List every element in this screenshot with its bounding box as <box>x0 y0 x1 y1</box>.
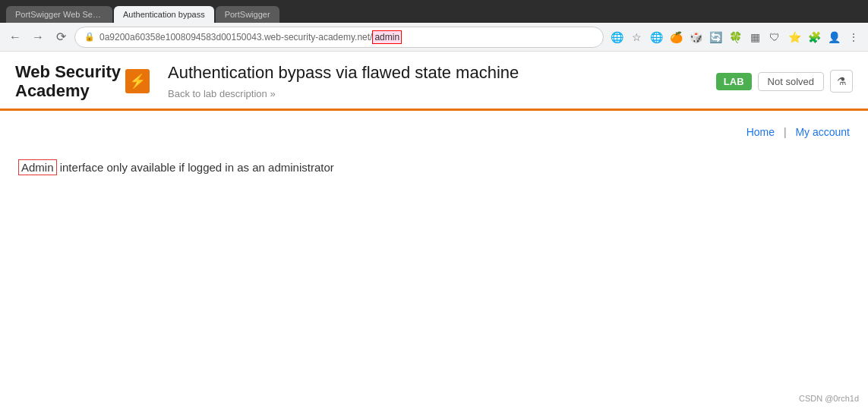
browser-tabs: PortSwigger Web Security Authentication … <box>0 0 868 23</box>
ext-icon-5[interactable]: 🍀 <box>727 29 743 46</box>
url-highlight: admin <box>372 30 402 44</box>
logo-line2: Academy <box>15 81 121 100</box>
refresh-button[interactable]: ⟳ <box>52 28 70 46</box>
logo-icon: ⚡ <box>125 69 150 93</box>
ext-icon-8[interactable]: ⭐ <box>786 29 803 46</box>
header-right: LAB Not solved ⚗ <box>716 70 853 93</box>
toolbar-icons: 🌐 ☆ 🌐 🍊 🎲 🔄 🍀 ▦ 🛡 ⭐ 🧩 👤 ⋮ <box>608 29 862 46</box>
url-normal: 0a9200a60358e1008094583d00150043.web-sec… <box>99 32 372 42</box>
logo-text: Web Security Academy <box>15 62 121 101</box>
ext-icon-2[interactable]: 🍊 <box>668 29 684 46</box>
ext-icon-1[interactable]: 🌐 <box>648 29 664 46</box>
admin-message-area: Admin interface only available if logged… <box>18 161 850 174</box>
ext-icon-7[interactable]: 🛡 <box>766 29 783 46</box>
back-button[interactable]: ← <box>6 28 24 46</box>
lock-icon: 🔒 <box>84 32 95 42</box>
profile-icon[interactable]: 👤 <box>825 29 842 46</box>
flask-button[interactable]: ⚗ <box>830 70 853 93</box>
nav-separator: | <box>784 126 787 138</box>
browser-tab-1[interactable]: PortSwigger Web Security <box>6 6 112 23</box>
browser-tab-2[interactable]: Authentication bypass <box>114 6 214 23</box>
logo-area: Web Security Academy ⚡ <box>15 62 150 101</box>
menu-icon[interactable]: ⋮ <box>845 29 862 46</box>
home-link[interactable]: Home <box>746 126 775 138</box>
ext-icon-3[interactable]: 🎲 <box>687 29 704 46</box>
address-bar[interactable]: 🔒 0a9200a60358e1008094583d00150043.web-s… <box>74 27 604 48</box>
translate-icon[interactable]: 🌐 <box>608 29 625 46</box>
admin-message-text: interface only available if logged in as… <box>57 161 334 174</box>
page-content: Home | My account Admin interface only a… <box>0 111 868 369</box>
admin-message: Admin interface only available if logged… <box>18 159 334 175</box>
address-url: 0a9200a60358e1008094583d00150043.web-sec… <box>99 32 594 42</box>
lab-badge: LAB <box>716 73 752 90</box>
ext-icon-9[interactable]: 🧩 <box>806 29 822 46</box>
browser-tab-3[interactable]: PortSwigger <box>216 6 279 23</box>
forward-button[interactable]: → <box>29 28 47 46</box>
my-account-link[interactable]: My account <box>795 126 850 138</box>
bookmark-icon[interactable]: ☆ <box>628 29 645 46</box>
status-badge: Not solved <box>758 72 824 91</box>
back-to-lab-link[interactable]: Back to lab description » <box>168 88 276 99</box>
logo-line1: Web Security <box>15 62 121 81</box>
admin-word: Admin <box>18 159 57 175</box>
browser-chrome: PortSwigger Web Security Authentication … <box>0 0 868 52</box>
page-header: Web Security Academy ⚡ Authentication by… <box>0 52 868 111</box>
ext-icon-4[interactable]: 🔄 <box>707 29 724 46</box>
ext-icon-6[interactable]: ▦ <box>746 29 763 46</box>
header-center: Authentication bypass via flawed state m… <box>168 63 701 99</box>
content-nav: Home | My account <box>18 126 850 138</box>
browser-toolbar: ← → ⟳ 🔒 0a9200a60358e1008094583d00150043… <box>0 23 868 52</box>
lab-title: Authentication bypass via flawed state m… <box>168 63 701 83</box>
